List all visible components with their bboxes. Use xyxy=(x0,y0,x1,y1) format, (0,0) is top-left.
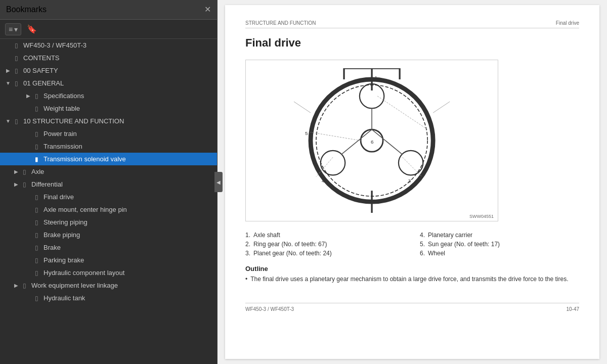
part-num: 4. xyxy=(420,232,425,239)
bookmark-label: WF450-3 / WF450T-3 xyxy=(23,41,213,49)
list-view-button[interactable]: ≡ ▾ xyxy=(5,23,21,35)
part-item: 6.Wheel xyxy=(420,250,579,257)
part-num: 5. xyxy=(420,241,425,248)
part-name: Ring gear (No. of teeth: 67) xyxy=(253,241,327,248)
bookmark-label: Axle xyxy=(31,168,213,175)
part-num: 1. xyxy=(245,232,250,239)
bookmark-item-power-train[interactable]: ▯Power train xyxy=(0,127,217,140)
bookmark-label: Work equipment lever linkage xyxy=(31,282,213,289)
svg-line-24 xyxy=(294,102,311,113)
bookmark-icon: ▮ xyxy=(32,156,40,163)
bookmark-icon: ▯ xyxy=(12,80,20,87)
bookmark-label: Steering piping xyxy=(44,218,213,226)
bookmark-label: Transmission xyxy=(44,143,213,150)
bookmark-item-structure[interactable]: ▯10 STRUCTURE AND FUNCTION xyxy=(0,115,217,127)
bookmark-item-steering-piping[interactable]: ▯Steering piping xyxy=(0,216,217,229)
chevron-icon xyxy=(4,68,12,73)
part-item: 4.Planetary carrier xyxy=(420,232,579,239)
dropdown-arrow: ▾ xyxy=(14,25,18,33)
bookmark-item-axle-mount[interactable]: ▯Axle mount, center hinge pin xyxy=(0,203,217,216)
figure-id: SWW04551 xyxy=(469,214,494,219)
svg-text:2: 2 xyxy=(430,130,433,136)
bookmark-item-safety[interactable]: ▯00 SAFETY xyxy=(0,64,217,77)
part-name: Sun gear (No. of teeth: 17) xyxy=(428,241,500,248)
panel-title: Bookmarks xyxy=(6,5,47,14)
bookmark-item-hydraulic-tank[interactable]: ▯Hydraulic tank xyxy=(0,292,217,304)
bookmark-icon: ▯ xyxy=(32,206,40,213)
bookmark-item-brake-piping[interactable]: ▯Brake piping xyxy=(0,229,217,241)
part-item: 3.Planet gear (No. of teeth: 24) xyxy=(245,250,405,257)
bookmark-icon: ▯ xyxy=(12,55,20,62)
bookmark-item-general[interactable]: ▯01 GENERAL xyxy=(0,77,217,89)
bookmark-item-trans-solenoid[interactable]: ▮Transmission solenoid valve xyxy=(0,153,217,165)
bookmark-label: 01 GENERAL xyxy=(23,79,213,87)
bookmark-item-differential[interactable]: ▯Differential xyxy=(0,178,217,191)
bookmark-item-weight-table[interactable]: ▯Weight table xyxy=(0,102,217,115)
header-left: STRUCTURE AND FUNCTION xyxy=(245,20,316,26)
bookmark-icon: ▯ xyxy=(32,130,40,138)
svg-text:4: 4 xyxy=(322,178,325,184)
document-viewer: STRUCTURE AND FUNCTION Final drive Final… xyxy=(218,0,607,364)
outline-heading: Outline xyxy=(245,265,579,272)
bookmark-item-work-equipment[interactable]: ▯Work equipment lever linkage xyxy=(0,279,217,292)
bookmark-label: Differential xyxy=(31,180,213,188)
chevron-icon xyxy=(4,80,12,86)
bookmark-icon: ▯ xyxy=(12,67,20,74)
part-name: Wheel xyxy=(428,250,445,257)
bookmark-icon: ▯ xyxy=(32,219,40,226)
part-item: 2.Ring gear (No. of teeth: 67) xyxy=(245,241,405,248)
bookmark-label: Hydraulic tank xyxy=(44,294,213,302)
bookmark-label: Final drive xyxy=(44,193,213,201)
header-right: Final drive xyxy=(556,20,579,26)
svg-line-25 xyxy=(433,102,450,113)
bookmark-label: Axle mount, center hinge pin xyxy=(44,206,213,213)
outline-text: The final drive uses a planetary gear me… xyxy=(245,276,579,283)
collapse-panel-button[interactable]: ◀ xyxy=(214,172,223,192)
chevron-icon xyxy=(12,283,20,288)
figure-diagram: 1 2 3 4 5 6 SWW04551 xyxy=(245,60,498,221)
bookmark-icon: ▯ xyxy=(12,42,20,49)
tag-view-button[interactable]: 🔖 xyxy=(24,23,39,35)
bookmark-list: ▯WF450-3 / WF450T-3▯CONTENTS▯00 SAFETY▯0… xyxy=(0,39,217,364)
bookmark-item-hydraulic-layout[interactable]: ▯Hydraulic component layout xyxy=(0,266,217,279)
bookmark-item-final-drive[interactable]: ▯Final drive xyxy=(0,191,217,203)
bookmark-item-parking-brake[interactable]: ▯Parking brake xyxy=(0,254,217,266)
bookmark-label: Hydraulic component layout xyxy=(44,269,213,277)
bookmark-icon: ▯ xyxy=(32,232,40,239)
close-button[interactable]: ✕ xyxy=(204,6,211,14)
bookmark-label: Parking brake xyxy=(44,256,213,264)
footer-left: WF450-3 / WF450T-3 xyxy=(245,306,294,312)
bookmark-label: Brake piping xyxy=(44,231,213,239)
chevron-icon xyxy=(24,93,32,99)
bookmark-tag-icon: 🔖 xyxy=(27,25,37,33)
part-item: 1.Axle shaft xyxy=(245,232,405,239)
chevron-icon xyxy=(4,118,12,124)
svg-text:5: 5 xyxy=(305,130,308,136)
bookmark-item-contents[interactable]: ▯CONTENTS xyxy=(0,52,217,64)
part-item: 5.Sun gear (No. of teeth: 17) xyxy=(420,241,579,248)
bookmark-icon: ▯ xyxy=(20,168,28,175)
bookmark-item-brake[interactable]: ▯Brake xyxy=(0,241,217,254)
document-page[interactable]: STRUCTURE AND FUNCTION Final drive Final… xyxy=(225,5,599,359)
svg-text:3: 3 xyxy=(408,178,411,184)
footer-right: 10-47 xyxy=(566,306,579,312)
bookmark-label: Power train xyxy=(44,130,213,138)
bookmark-icon: ▯ xyxy=(32,105,40,112)
bookmark-icon: ▯ xyxy=(32,143,40,150)
bookmark-icon: ▯ xyxy=(32,257,40,264)
bookmark-item-axle[interactable]: ▯Axle xyxy=(0,165,217,178)
bookmark-label: Weight table xyxy=(44,105,213,112)
page-title: Final drive xyxy=(245,36,579,50)
bookmark-item-specifications[interactable]: ▯Specifications xyxy=(0,89,217,102)
bookmark-label: Brake xyxy=(44,244,213,251)
bookmark-label: CONTENTS xyxy=(23,54,213,62)
bookmark-item-wf450[interactable]: ▯WF450-3 / WF450T-3 xyxy=(0,39,217,52)
part-name: Planetary carrier xyxy=(428,232,472,239)
toolbar: ≡ ▾ 🔖 xyxy=(0,20,217,39)
svg-text:1: 1 xyxy=(375,75,378,80)
page-header: STRUCTURE AND FUNCTION Final drive xyxy=(245,20,579,28)
bookmark-label: 10 STRUCTURE AND FUNCTION xyxy=(23,117,213,125)
bookmark-item-transmission[interactable]: ▯Transmission xyxy=(0,140,217,153)
svg-text:6: 6 xyxy=(371,139,374,145)
page-footer: WF450-3 / WF450T-3 10-47 xyxy=(245,303,579,312)
